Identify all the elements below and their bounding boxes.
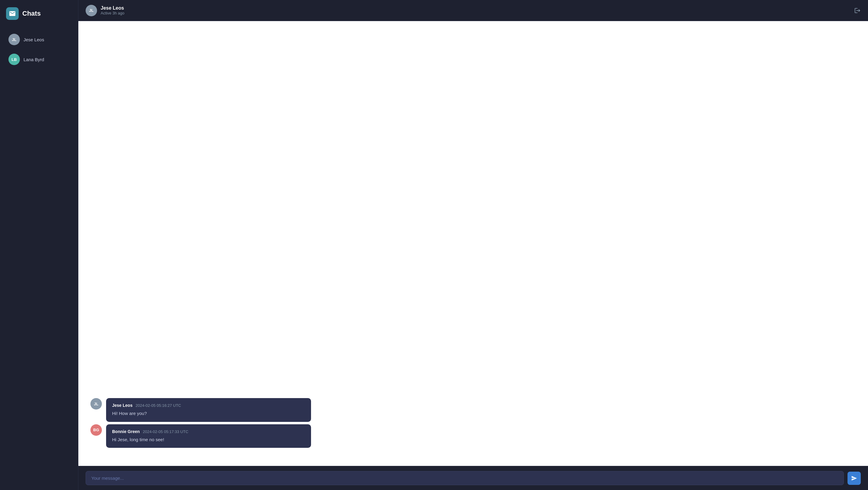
messages-inner: JL Jese Leos 2024-02-05 05:16:27 UTC Hi!…: [79, 392, 868, 454]
main-chat-area: JL Jese Leos Active 3h ago JL Jese Leos …: [79, 0, 868, 490]
input-area: [79, 466, 868, 490]
message-author-2: Bonnie Green: [112, 429, 140, 434]
avatar-msg-jese-leos: JL: [90, 398, 102, 409]
avatar-jese-leos: JL: [8, 34, 20, 45]
sidebar-item-jese-leos[interactable]: JL Jese Leos: [2, 30, 76, 49]
app-icon: [6, 7, 19, 20]
topbar-user-status: Active 3h ago: [101, 11, 124, 16]
messages-area: JL Jese Leos 2024-02-05 05:16:27 UTC Hi!…: [79, 21, 868, 466]
chat-name-lana-byrd: Lana Byrd: [24, 57, 44, 62]
message-input[interactable]: [86, 471, 844, 485]
message-bubble-1: Jese Leos 2024-02-05 05:16:27 UTC Hi! Ho…: [106, 398, 311, 422]
message-text-2: Hi Jese, long time no see!: [112, 436, 305, 443]
table-row: BG Bonnie Green 2024-02-05 05:17:33 UTC …: [90, 424, 856, 448]
message-header-2: Bonnie Green 2024-02-05 05:17:33 UTC: [112, 429, 305, 434]
topbar-user-name: Jese Leos: [101, 5, 124, 11]
sidebar-header: Chats: [0, 0, 78, 27]
topbar-avatar: JL: [86, 5, 97, 16]
sidebar: Chats JL Jese Leos LB Lana Byrd: [0, 0, 79, 490]
message-author-1: Jese Leos: [112, 403, 133, 408]
sidebar-item-lana-byrd[interactable]: LB Lana Byrd: [2, 50, 76, 69]
logout-button[interactable]: [854, 7, 861, 14]
chat-name-jese-leos: Jese Leos: [24, 37, 44, 42]
send-button[interactable]: [847, 471, 861, 485]
message-bubble-2: Bonnie Green 2024-02-05 05:17:33 UTC Hi …: [106, 424, 311, 448]
message-header-1: Jese Leos 2024-02-05 05:16:27 UTC: [112, 403, 305, 408]
message-time-2: 2024-02-05 05:17:33 UTC: [143, 429, 188, 434]
message-text-1: Hi! How are you?: [112, 410, 305, 417]
avatar-msg-bonnie-green: BG: [90, 424, 102, 436]
sidebar-title: Chats: [22, 10, 41, 18]
topbar-info: Jese Leos Active 3h ago: [101, 5, 124, 16]
topbar-user: JL Jese Leos Active 3h ago: [86, 5, 124, 16]
topbar: JL Jese Leos Active 3h ago: [79, 0, 868, 21]
avatar-lana-byrd: LB: [8, 54, 20, 65]
chat-list: JL Jese Leos LB Lana Byrd: [0, 27, 78, 72]
table-row: JL Jese Leos 2024-02-05 05:16:27 UTC Hi!…: [90, 398, 856, 422]
message-time-1: 2024-02-05 05:16:27 UTC: [135, 403, 181, 408]
